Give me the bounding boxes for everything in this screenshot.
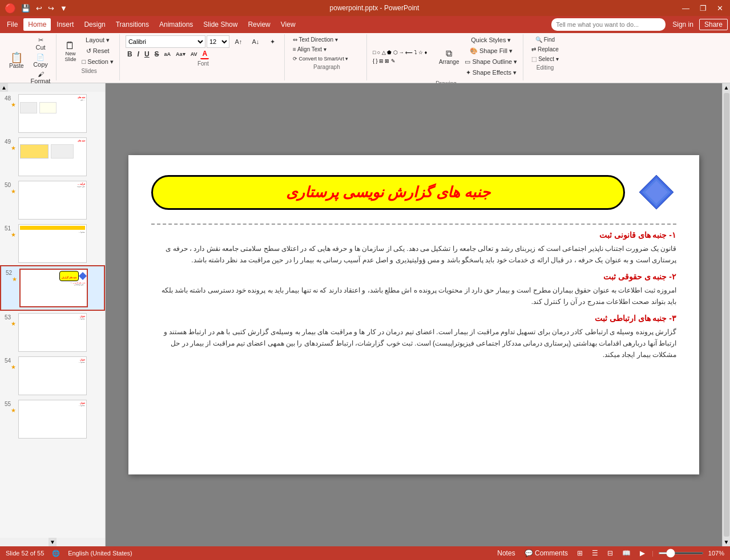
shape-effects-button[interactable]: ✦ Shape Effects ▾: [462, 68, 519, 78]
slide-thumb-51[interactable]: 51 ★ محتوا ...: [0, 222, 105, 265]
menu-design[interactable]: Design: [79, 18, 110, 31]
slide-num-53: 53: [5, 314, 16, 320]
italic-button[interactable]: I: [136, 50, 141, 59]
star-52: ★: [12, 276, 17, 282]
slide-sorter-button[interactable]: ⊟: [605, 549, 615, 558]
restore-button[interactable]: ❐: [697, 4, 709, 13]
slide-thumb-52[interactable]: 52 ★ جنبه های گزارش ۱- جنبه های قانونی م…: [0, 265, 105, 311]
underline-button[interactable]: U: [143, 50, 151, 59]
tell-me-input[interactable]: [551, 18, 666, 31]
format-painter-icon: 🖌: [38, 71, 44, 78]
arrange-button[interactable]: ⧉ Arrange: [437, 47, 462, 66]
smallcaps-button[interactable]: aA: [163, 51, 173, 58]
font-color-button[interactable]: A: [200, 49, 209, 59]
app-icon: 🔴: [5, 3, 16, 14]
customize-button[interactable]: ▼: [58, 3, 69, 13]
font-size-select[interactable]: 12: [207, 35, 229, 48]
copy-button[interactable]: 📄 Copy: [29, 52, 53, 69]
new-slide-label: NewSlide: [64, 51, 76, 62]
quick-access-toolbar: 💾 ↩ ↪ ▼: [19, 3, 69, 13]
paste-button[interactable]: 📋 Paste: [6, 50, 27, 71]
scroll-thumb[interactable]: [724, 93, 729, 537]
layout-button[interactable]: Layout ▾: [79, 35, 115, 45]
character-spacing-button[interactable]: AV: [189, 51, 199, 58]
increase-font-button[interactable]: A↑: [231, 37, 247, 46]
notes-button[interactable]: Notes: [495, 549, 517, 558]
title-bar: 🔴 💾 ↩ ↪ ▼ powerpoint.pptx - PowerPoint —…: [0, 0, 730, 16]
slide-panel-scroll-up[interactable]: ▲: [0, 83, 8, 92]
slide-thumb-50[interactable]: 50 ★ فرآیند ... متن نمونه: [0, 178, 105, 222]
right-scrollbar: ▲ ▼: [722, 83, 730, 546]
text-direction-button[interactable]: ⇔ Text Direction ▾: [291, 35, 340, 44]
slide-num-54: 54: [5, 358, 16, 364]
menu-file[interactable]: File: [2, 18, 22, 31]
slides-title: Slides: [62, 68, 115, 74]
shape-outline-button[interactable]: ▭ Shape Outline ▾: [462, 57, 519, 67]
cut-button[interactable]: ✂ Cut: [29, 35, 53, 52]
comments-button[interactable]: 💬 Comments: [522, 549, 570, 558]
menu-review[interactable]: Review: [243, 18, 275, 31]
section1-text: قانون یک ضرورت اجتناب ناپذیر اجتماعی است…: [151, 243, 676, 266]
find-button[interactable]: 🔍 Find: [529, 35, 560, 44]
menu-home[interactable]: Home: [23, 18, 51, 31]
convert-smartart-button[interactable]: ⟳ Convert to SmartArt ▾: [291, 55, 351, 63]
redo-button[interactable]: ↪: [46, 3, 56, 13]
title-bar-left: 🔴 💾 ↩ ↪ ▼: [5, 3, 69, 14]
slide-thumb-49[interactable]: 49 ★ جنبه های: [0, 135, 105, 178]
shape-fill-button[interactable]: 🎨 Shape Fill ▾: [462, 46, 519, 56]
change-case-button[interactable]: Aa▾: [174, 51, 187, 58]
slide-img-54: عنوان محتوا ...: [18, 356, 87, 395]
slide-num-55: 55: [5, 401, 16, 407]
strikethrough-button[interactable]: S: [153, 50, 161, 59]
slide-thumb-55[interactable]: 55 ★ عنوان محتوا ...: [0, 397, 105, 441]
select-button[interactable]: ⬚ Select ▾: [529, 55, 560, 63]
close-button[interactable]: ✕: [715, 4, 725, 13]
slide-img-52: جنبه های گزارش ۱- جنبه های قانونی متن تو…: [19, 269, 88, 307]
scroll-down-button[interactable]: ▼: [723, 538, 730, 546]
slide-thumb-53[interactable]: 53 ★ عنوان محتوا ...: [0, 311, 105, 354]
slide-thumb-54[interactable]: 54 ★ عنوان محتوا ...: [0, 354, 105, 397]
outline-view-button[interactable]: ☰: [590, 549, 600, 558]
star-49: ★: [11, 145, 16, 151]
ribbon-group-slides: 🗒 NewSlide Layout ▾ ↺ Reset □ Section ▾ …: [59, 34, 119, 80]
slides-row: 🗒 NewSlide Layout ▾ ↺ Reset □ Section ▾: [62, 35, 115, 67]
slide-thumb-48[interactable]: 48 ★ جنبه های متن ...: [0, 92, 105, 135]
window-controls: — ❐ ✕: [680, 4, 725, 13]
cut-icon: ✂: [38, 36, 43, 44]
main-area: ▲ 48 ★ جنبه های متن ...: [0, 83, 730, 546]
menu-slideshow[interactable]: Slide Show: [199, 18, 242, 31]
slide-num-51: 51: [5, 225, 16, 232]
normal-view-button[interactable]: ⊞: [575, 549, 585, 558]
align-text-button[interactable]: ≡ Align Text ▾: [291, 45, 329, 54]
window-title: powerpoint.pptx - PowerPoint: [330, 4, 420, 12]
slideshow-button[interactable]: ▶: [638, 549, 647, 558]
replace-button[interactable]: ⇄ Replace: [529, 45, 560, 54]
reading-view-button[interactable]: 📖: [620, 549, 633, 558]
menu-insert[interactable]: Insert: [52, 18, 78, 31]
signin-button[interactable]: Sign in: [672, 21, 693, 29]
scroll-up-button[interactable]: ▲: [723, 83, 730, 92]
minimize-button[interactable]: —: [680, 4, 692, 13]
paragraph-title: Paragraph: [291, 64, 363, 70]
slide-panel-scroll-down[interactable]: ▼: [49, 538, 57, 546]
ribbon: 📋 Paste ✂ Cut 📄 Copy 🖌 Format Clipboard …: [0, 33, 730, 83]
star-53: ★: [11, 320, 16, 327]
ribbon-group-font: Calibri 12 A↑ A↓ ✦ B I U S aA Aa▾ AV A F…: [122, 34, 285, 80]
share-button[interactable]: Share: [699, 19, 728, 30]
menu-view[interactable]: View: [276, 18, 300, 31]
zoom-level: 107%: [708, 550, 724, 557]
bold-button[interactable]: B: [126, 50, 134, 59]
reset-button[interactable]: ↺ Reset: [79, 46, 115, 56]
slide-title-area: جنبه های گزارش نویسی پرستاری: [151, 172, 676, 212]
section-button[interactable]: □ Section ▾: [79, 57, 115, 67]
menu-animations[interactable]: Animations: [155, 18, 197, 31]
font-name-select[interactable]: Calibri: [126, 35, 205, 48]
zoom-slider[interactable]: [658, 552, 704, 554]
clear-formatting-button[interactable]: ✦: [265, 37, 281, 47]
new-slide-button[interactable]: 🗒 NewSlide: [62, 39, 78, 63]
undo-button[interactable]: ↩: [34, 3, 44, 13]
menu-transitions[interactable]: Transitions: [111, 18, 154, 31]
quick-styles-button[interactable]: Quick Styles ▾: [462, 35, 519, 45]
decrease-font-button[interactable]: A↓: [248, 37, 264, 46]
save-button[interactable]: 💾: [19, 3, 32, 13]
